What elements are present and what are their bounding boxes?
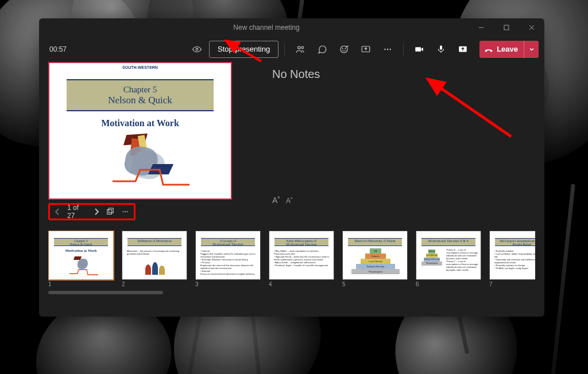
slide-counter: 1 of 27 <box>67 204 87 220</box>
reactions-icon[interactable] <box>334 40 354 59</box>
slide-thumbnail[interactable]: Motivational Theories X & YTheory X – a … <box>416 231 481 287</box>
thumbnail-strip[interactable]: Chapter 5Nelson & QuickMotivation at Wor… <box>48 231 535 290</box>
slide-thumbnail[interactable]: 3 Groups ofMotivational Theories• Intern… <box>195 231 261 287</box>
svg-point-7 <box>341 46 347 53</box>
leave-label: Leave <box>497 45 518 53</box>
thumbnail-scrollbar[interactable] <box>48 291 163 294</box>
people-icon[interactable] <box>291 40 310 59</box>
slide-thumbnail[interactable]: Definition of MotivationMotivation – the… <box>122 231 187 287</box>
svg-point-12 <box>387 48 388 49</box>
meeting-window: New channel meeting 00:57 Stop presentin… <box>39 18 544 317</box>
leave-button[interactable]: Leave <box>479 41 539 58</box>
slide-title: Motivation at Work <box>49 118 231 128</box>
svg-rect-14 <box>440 45 442 50</box>
window-title: New channel meeting <box>64 24 469 32</box>
slide-logo: SOUTH-WESTERN <box>122 65 158 69</box>
stop-presenting-button[interactable]: Stop presenting <box>209 41 278 58</box>
svg-point-9 <box>345 48 346 49</box>
title-bar: New channel meeting <box>39 18 544 37</box>
slide-banner: Chapter 5 Nelson & Quick <box>67 79 214 111</box>
slide-thumbnail[interactable]: Chapter 5Nelson & QuickMotivation at Wor… <box>48 231 114 287</box>
slide-thumbnail[interactable]: Maslow's Hierarchy of NeedsSAEsteemLove … <box>342 231 408 287</box>
notes-panel: No Notes A˚ A˚ <box>243 62 535 220</box>
font-decrease-button[interactable]: A˚ <box>286 197 293 205</box>
thumbnail-number: 5 <box>342 281 408 287</box>
prev-slide-button[interactable] <box>55 208 60 215</box>
minimize-button[interactable] <box>469 18 494 37</box>
slide-nav: 1 of 27 <box>48 203 136 220</box>
slide-thumbnail[interactable]: Early Philosophers ofMotivational Theori… <box>269 231 334 287</box>
popout-icon[interactable] <box>106 208 114 216</box>
more-icon[interactable] <box>378 40 397 59</box>
svg-rect-1 <box>504 25 509 30</box>
notes-label: No Notes <box>272 68 535 81</box>
svg-point-20 <box>127 211 128 212</box>
meeting-toolbar: 00:57 Stop presenting <box>39 37 544 62</box>
svg-rect-16 <box>107 210 112 215</box>
svg-point-13 <box>389 48 390 49</box>
share-icon[interactable] <box>453 40 473 59</box>
meeting-timer: 00:57 <box>45 45 71 53</box>
svg-point-8 <box>342 48 343 49</box>
share-tray-icon[interactable] <box>356 40 376 59</box>
notes-font-controls: A˚ A˚ <box>272 196 535 205</box>
thumbnail-number: 3 <box>195 281 261 287</box>
next-slide-button[interactable] <box>94 208 99 215</box>
toolbar-divider <box>403 43 404 56</box>
mic-icon[interactable] <box>431 40 451 59</box>
font-increase-button[interactable]: A˚ <box>272 196 280 205</box>
camera-icon[interactable] <box>409 40 429 59</box>
thumbnail-number: 4 <box>269 281 334 287</box>
svg-point-18 <box>123 211 124 212</box>
visibility-icon[interactable] <box>187 40 207 59</box>
thumbnail-number: 1 <box>48 281 114 287</box>
thumbnail-number: 6 <box>416 281 481 287</box>
slide-art <box>118 131 193 188</box>
hangup-icon <box>484 45 493 54</box>
svg-point-19 <box>125 211 126 212</box>
svg-point-4 <box>196 48 198 50</box>
close-button[interactable] <box>519 18 544 37</box>
current-slide[interactable]: SOUTH-WESTERN Chapter 5 Nelson & Quick M… <box>48 62 232 200</box>
chat-icon[interactable] <box>312 40 332 59</box>
slide-thumbnail[interactable]: McGregor's Assumptions About People Base… <box>489 231 535 287</box>
svg-point-5 <box>298 46 301 49</box>
maximize-button[interactable] <box>494 18 519 37</box>
svg-point-11 <box>384 48 385 49</box>
nav-more-icon[interactable] <box>121 208 129 216</box>
svg-point-6 <box>301 46 304 49</box>
thumbnail-number: 7 <box>489 281 535 287</box>
thumbnail-number: 2 <box>122 281 187 287</box>
svg-rect-17 <box>109 208 113 213</box>
toolbar-divider <box>284 43 285 56</box>
leave-options-caret[interactable] <box>524 41 539 58</box>
